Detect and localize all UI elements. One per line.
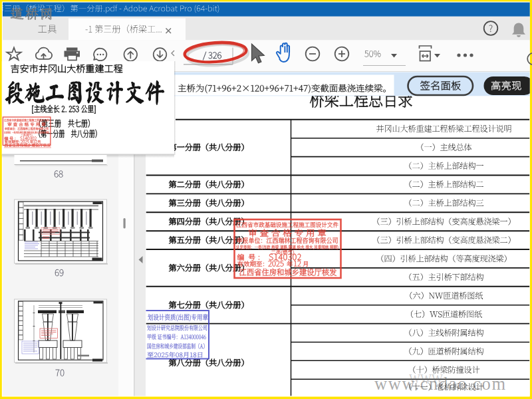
svg-text:WWW.: WWW. <box>409 372 445 386</box>
